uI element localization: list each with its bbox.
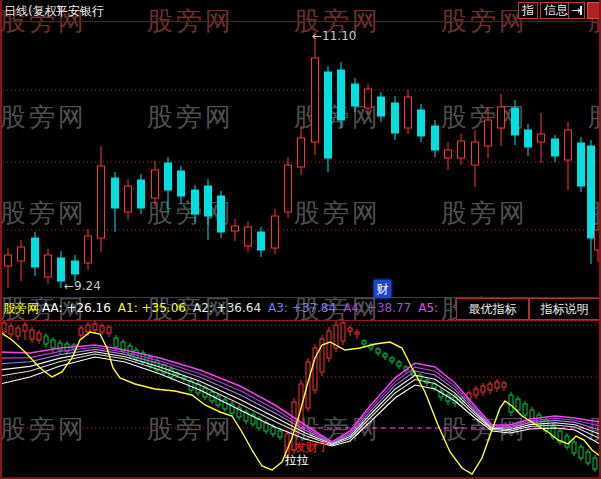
candle-body [114, 338, 118, 347]
candle-body [498, 107, 505, 128]
candle-body [474, 389, 478, 395]
candle-body [325, 72, 332, 158]
candle-body [341, 323, 345, 341]
candle-body [578, 143, 585, 186]
candle-body [485, 120, 492, 146]
candle-body [572, 442, 576, 453]
candle-body [512, 108, 519, 135]
candle-body [523, 404, 527, 415]
candle-body [93, 324, 97, 330]
candle-body [392, 103, 399, 133]
indicator-help-button[interactable]: 指标说明 [529, 298, 600, 320]
candle-body [30, 330, 34, 339]
candle-body [107, 327, 111, 333]
candle-body [445, 150, 452, 158]
indicator-button[interactable]: 指 [518, 2, 538, 19]
indicator-values: AA: +26.16A1: +35.06A2: +36.64A3: +37.84… [42, 298, 445, 318]
candle-body [218, 196, 225, 232]
candle-body [593, 458, 597, 469]
candle-body [525, 130, 532, 147]
candle-body [79, 328, 83, 335]
indicator-value: A3: +37.84 [268, 301, 336, 315]
candle-body [232, 226, 239, 231]
candle-body [418, 110, 425, 136]
candle-body [258, 232, 265, 250]
candle-body [5, 255, 12, 266]
optimal-indicator-button[interactable]: 最优指标 [456, 298, 529, 320]
candle-body [355, 332, 359, 334]
candle-body [44, 336, 48, 344]
indicator-value: A2: +36.64 [193, 301, 261, 315]
candle-body [327, 331, 331, 358]
app-window: 股旁网股旁网股旁网股旁网股旁网股旁网股旁网股旁网股旁网股旁网股旁网股旁网股旁网股… [0, 0, 601, 479]
indicator-value: A4: +38.77 [343, 301, 411, 315]
candle-body [516, 399, 520, 410]
candle-body [165, 163, 172, 190]
candle-body [51, 340, 55, 348]
candle-body [538, 134, 545, 142]
candle-body [488, 384, 492, 390]
candle-body [432, 384, 436, 388]
candle-body [405, 97, 412, 128]
candle-body [338, 70, 345, 120]
candle-body [365, 89, 372, 108]
candle-body [362, 341, 366, 344]
candle-body [37, 333, 41, 340]
candle-body [502, 383, 506, 387]
candle-body [378, 97, 385, 116]
candle-body [2, 323, 6, 332]
stock-name: 平安银行 [56, 3, 104, 20]
candle-body [397, 362, 401, 366]
candle-body [205, 186, 212, 216]
candle-body [348, 328, 352, 331]
candle-body [125, 186, 132, 212]
candle-body [495, 382, 499, 388]
candle-body [23, 325, 27, 331]
candle-body [245, 227, 252, 246]
candle-body [312, 58, 319, 142]
arrow-to-bar-button[interactable]: → [568, 2, 585, 19]
candle-body [16, 328, 20, 336]
candle-body [481, 386, 485, 392]
candle-body [432, 126, 439, 150]
candle-body [278, 431, 282, 437]
chart-canvas [0, 0, 601, 479]
bar-icon [580, 6, 582, 15]
candle-body [72, 261, 79, 274]
candle-body [376, 349, 380, 353]
candle-body [472, 142, 479, 165]
candle-body [86, 325, 90, 332]
window-border-left [0, 0, 2, 479]
candle-body [552, 139, 559, 156]
candle-body [272, 216, 279, 248]
top-bar: 日线(复权) 平安银行 指 信息 → [0, 0, 601, 22]
candle-body [383, 354, 387, 357]
candle-body [458, 141, 465, 158]
candle-body [18, 247, 25, 261]
candle-body [152, 170, 159, 198]
candle-body [9, 326, 13, 334]
indicator-value: A1: +35.06 [118, 301, 186, 315]
candle-body [138, 180, 145, 208]
candle-body [588, 146, 595, 238]
candle-body [390, 358, 394, 361]
candle-body [100, 326, 104, 332]
candle-body [192, 190, 199, 214]
candle-body [45, 255, 52, 277]
candle-body [352, 84, 359, 106]
candle-body [579, 447, 583, 458]
candle-body [216, 396, 220, 405]
indicator-name: 股旁网 [3, 298, 39, 318]
candle-body [112, 178, 119, 208]
candle-body [565, 130, 572, 160]
candle-body [32, 238, 39, 267]
candle-body [586, 452, 590, 463]
indicator-value: A5: [418, 301, 438, 315]
period-label: 日线(复权) [4, 3, 61, 20]
candle-body [565, 436, 569, 447]
candle-body [98, 166, 105, 238]
candle-body [58, 258, 65, 281]
indicator-value: AA: +26.16 [42, 301, 111, 315]
candle-body [271, 427, 275, 434]
candle-body [178, 171, 185, 196]
